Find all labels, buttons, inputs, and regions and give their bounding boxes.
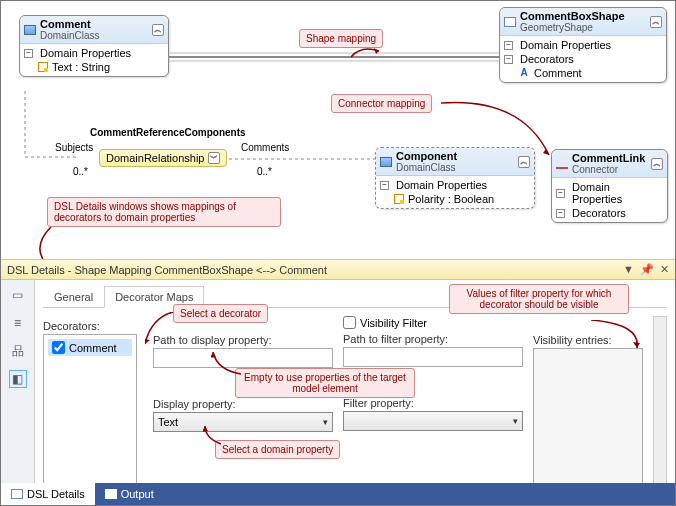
close-icon[interactable]: ✕ — [660, 263, 669, 276]
decorator-label: Comment — [534, 67, 582, 79]
node-commentlink[interactable]: CommentLink Connector ︽ −Domain Properti… — [551, 149, 668, 223]
path-display-label: Path to display property: — [153, 334, 333, 346]
decorator-item-comment[interactable]: Comment — [48, 339, 132, 356]
tool-icon-2[interactable]: ≡ — [9, 314, 27, 332]
diagram-canvas: Comment DomainClass ︽ −Domain Properties… — [1, 1, 675, 257]
node-title: Component — [396, 150, 518, 162]
node-comment[interactable]: Comment DomainClass ︽ −Domain Properties… — [19, 15, 169, 77]
domain-relationship[interactable]: DomainRelationship ︾ — [99, 149, 227, 167]
relationship-kind: DomainRelationship — [106, 152, 204, 164]
tab-general[interactable]: General — [43, 286, 104, 308]
pin-icon[interactable]: 📌 — [640, 263, 654, 276]
expander-icon[interactable]: − — [556, 209, 565, 218]
rel-to-component-line — [229, 151, 375, 167]
property-label: Polarity : Boolean — [408, 193, 494, 205]
expander-icon[interactable]: − — [504, 41, 513, 50]
connector-icon — [556, 167, 568, 169]
dsl-details-titlebar: DSL Details - Shape Mapping CommentBoxSh… — [1, 259, 675, 280]
node-kind: GeometryShape — [520, 22, 650, 33]
section-label: Decorators — [572, 207, 626, 219]
shape-icon — [504, 17, 516, 27]
decorator-checkbox[interactable] — [52, 341, 65, 354]
node-title: CommentBoxShape — [520, 10, 650, 22]
expand-icon[interactable]: ︾ — [208, 152, 220, 164]
path-filter-input[interactable] — [343, 347, 523, 367]
callout-select-decorator: Select a decorator — [173, 304, 268, 323]
node-kind: Connector — [572, 164, 651, 175]
text-decor-icon: A — [518, 68, 530, 78]
collapse-icon[interactable]: ︽ — [152, 24, 164, 36]
collapse-icon[interactable]: ︽ — [651, 158, 663, 170]
visibility-filter-label: Visibility Filter — [360, 317, 427, 329]
tab-icon — [105, 489, 117, 499]
display-property-select[interactable]: Text — [153, 412, 333, 432]
expander-icon[interactable]: − — [504, 55, 513, 64]
callout-select-domain-prop: Select a domain property — [215, 440, 340, 459]
property-icon — [394, 194, 404, 204]
tab-icon — [11, 489, 23, 499]
class-icon — [380, 157, 392, 167]
tab-label: DSL Details — [27, 488, 85, 500]
role-label: Subjects — [55, 142, 93, 153]
callout-shape-mapping: Shape mapping — [299, 29, 383, 48]
path-display-input[interactable] — [153, 348, 333, 368]
role-label: Comments — [241, 142, 289, 153]
node-commentboxshape[interactable]: CommentBoxShape GeometryShape ︽ −Domain … — [499, 7, 667, 83]
decorators-label: Decorators: — [43, 320, 143, 332]
filter-property-label: Filter property: — [343, 397, 523, 409]
cardinality-label: 0..* — [73, 166, 88, 177]
decorator-item-label: Comment — [69, 342, 117, 354]
section-label: Domain Properties — [520, 39, 611, 51]
visibility-entries-list[interactable] — [533, 348, 643, 498]
callout-empty-path: Empty to use properties of the target mo… — [235, 368, 415, 398]
tool-icon-4[interactable]: ◧ — [9, 370, 27, 388]
scrollbar[interactable] — [653, 316, 667, 498]
property-icon — [38, 62, 48, 72]
tab-label: Output — [121, 488, 154, 500]
collapse-icon[interactable]: ︽ — [518, 156, 530, 168]
node-title: CommentLink — [572, 152, 651, 164]
tool-icon-1[interactable]: ▭ — [9, 286, 27, 304]
visibility-filter-checkbox[interactable] — [343, 316, 356, 329]
class-icon — [24, 25, 36, 35]
expander-icon[interactable]: − — [556, 189, 565, 198]
dsl-details-panel: ▭ ≡ 品 ◧ General Decorator Maps Decorator… — [1, 280, 675, 483]
vertical-toolbar: ▭ ≡ 品 ◧ — [1, 280, 35, 483]
bottom-tab-bar: DSL Details Output — [1, 483, 675, 505]
display-property-value: Text — [158, 416, 178, 428]
visibility-entries-label: Visibility entries: — [533, 334, 643, 346]
path-filter-label: Path to filter property: — [343, 333, 523, 345]
titlebar-text: DSL Details - Shape Mapping CommentBoxSh… — [7, 264, 327, 276]
filter-property-select[interactable] — [343, 411, 523, 431]
section-label: Domain Properties — [40, 47, 131, 59]
cardinality-label: 0..* — [257, 166, 272, 177]
shape-mapping-line — [169, 49, 499, 65]
section-label: Decorators — [520, 53, 574, 65]
node-kind: DomainClass — [396, 162, 518, 173]
node-component[interactable]: Component DomainClass ︽ −Domain Properti… — [375, 147, 535, 209]
section-label: Domain Properties — [572, 181, 663, 205]
relationship-title: CommentReferenceComponents — [90, 127, 246, 138]
display-property-label: Display property: — [153, 398, 333, 410]
tool-icon-3[interactable]: 品 — [9, 342, 27, 360]
property-label: Text : String — [52, 61, 110, 73]
expander-icon[interactable]: − — [24, 49, 33, 58]
callout-visibility-values: Values of filter property for which deco… — [449, 284, 629, 314]
bottom-tab-output[interactable]: Output — [95, 483, 164, 505]
collapse-icon[interactable]: ︽ — [650, 16, 662, 28]
node-kind: DomainClass — [40, 30, 152, 41]
dropdown-icon[interactable]: ▼ — [623, 263, 634, 276]
section-label: Domain Properties — [396, 179, 487, 191]
bottom-tab-dsl-details[interactable]: DSL Details — [1, 483, 95, 505]
callout-dsl-details: DSL Details windows shows mappings of de… — [47, 197, 281, 227]
decorators-list[interactable]: Comment — [43, 334, 137, 484]
expander-icon[interactable]: − — [380, 181, 389, 190]
node-title: Comment — [40, 18, 152, 30]
callout-connector-mapping: Connector mapping — [331, 94, 432, 113]
